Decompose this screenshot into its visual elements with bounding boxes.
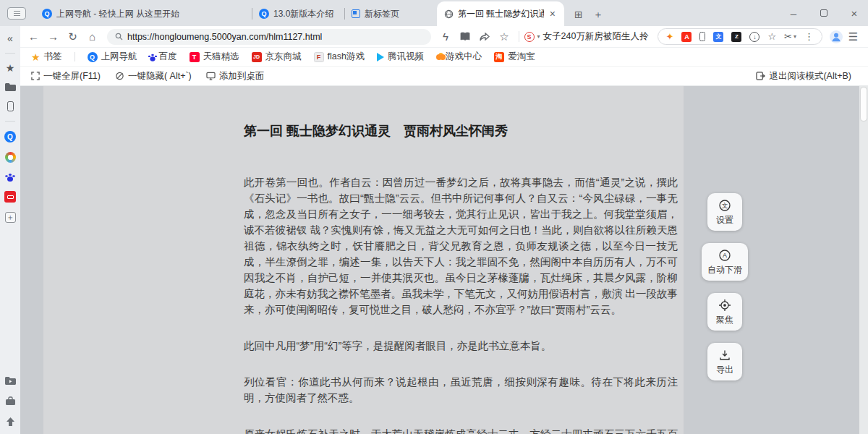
fullscreen-button[interactable]: 一键全屏(F11): [31, 70, 101, 82]
globe-icon: [444, 9, 454, 19]
hide-label: 一键隐藏( Alt+`): [128, 70, 192, 82]
download-extension-icon[interactable]: ↓: [749, 32, 760, 42]
sparkle-extension-icon[interactable]: ✦: [666, 31, 674, 42]
chapter-title: 第一回 甄士隐梦幻识通灵 贾雨村风尘怀闺秀: [244, 122, 678, 140]
url-text[interactable]: https://hongloumeng.5000yan.com/hlm1127.…: [127, 32, 322, 42]
reader-book-icon[interactable]: [456, 28, 475, 46]
chevron-down-icon: ▾: [537, 33, 540, 40]
close-window-button[interactable]: ×: [845, 7, 864, 20]
desktop-icon: [206, 72, 216, 80]
paragraph: 此回中凡用“梦”用“幻”等字，是提醒阅者眼目，亦是此书立意本旨。: [244, 338, 678, 354]
auto-scroll-button[interactable]: A 自动下滑: [702, 243, 748, 281]
add-app-icon[interactable]: ＋: [5, 212, 16, 223]
auto-scroll-label: 自动下滑: [707, 264, 742, 276]
news-headline[interactable]: 女子240万新房被陌生人拎: [543, 30, 649, 43]
tab-new-page[interactable]: 新标签页: [344, 1, 437, 26]
tab-group-icon[interactable]: ⊞: [574, 9, 583, 20]
tab-version-intro[interactable]: Q 13.0新版本介绍: [252, 1, 344, 26]
bookmark-tencent-video[interactable]: 腾讯视频: [377, 51, 424, 63]
window-menu-icon: [14, 11, 20, 16]
share-icon[interactable]: [476, 28, 494, 46]
address-toolbar: ← → ↻ ⌂ https://hongloumeng.5000yan.com/…: [20, 26, 868, 48]
bookmark-game-center[interactable]: 游戏中心: [436, 51, 482, 63]
export-download-icon: [718, 349, 731, 362]
q-app-icon[interactable]: Q: [4, 131, 16, 142]
hot-circle-icon[interactable]: [5, 152, 16, 163]
bookmark-label: 爱淘宝: [508, 51, 535, 63]
reading-page: 第一回 甄士隐梦幻识通灵 贾雨村风尘怀闺秀 此开卷第一回也。作者自云：因曾历过一…: [43, 86, 684, 434]
bookmark-jd[interactable]: JD京东商城: [252, 51, 302, 63]
tab-close-icon[interactable]: ×: [548, 9, 557, 19]
toolbox-icon[interactable]: [5, 396, 16, 406]
paragraph: 原来女娲氏炼石补天之时，于大荒山无稽崖炼成高经十二丈、方经二十四丈顽石三万六千五…: [244, 426, 678, 434]
avatar[interactable]: [830, 30, 843, 43]
maximize-button[interactable]: [814, 7, 833, 20]
scrollbar-thumb[interactable]: [861, 88, 867, 121]
baidu-paw-icon[interactable]: [7, 176, 13, 182]
export-label: 导出: [716, 364, 733, 376]
star-extension-icon[interactable]: ☆: [767, 32, 776, 41]
new-tab-button[interactable]: ＋: [593, 9, 603, 20]
refresh-icon[interactable]: ↻: [64, 28, 82, 46]
bookmark-tmall[interactable]: T天猫精选: [190, 51, 239, 63]
tab-label: 13.0新版本介绍: [273, 8, 337, 20]
tab-label: 第一回 甄士隐梦幻识通灵 携: [458, 8, 544, 20]
bookmark-aitaobao[interactable]: 淘爱淘宝: [494, 51, 535, 63]
search-icon: [115, 33, 123, 41]
tab-active-hongloumeng[interactable]: 第一回 甄士隐梦幻识通灵 携 ×: [437, 1, 564, 26]
news-ticker[interactable]: S ▾ 女子240万新房被陌生人拎: [524, 30, 652, 43]
hide-button[interactable]: 一键隐藏( Alt+`): [115, 70, 192, 82]
bookmark-label: 书签: [44, 51, 62, 63]
video-folder-icon[interactable]: [4, 376, 16, 386]
bookmark-baidu[interactable]: 百度: [150, 51, 177, 63]
favorite-star-icon[interactable]: ☆: [495, 28, 514, 46]
novel-app-mark: [7, 195, 14, 199]
translate-extension-icon[interactable]: 文: [713, 32, 723, 42]
auto-scroll-icon: A: [718, 249, 731, 262]
bookmark-label: 腾讯视频: [388, 51, 424, 63]
news-source-icon: S: [524, 32, 535, 42]
adobe-extension-icon[interactable]: A: [681, 32, 692, 42]
focus-button[interactable]: 聚焦: [707, 293, 742, 331]
phone-extension-icon[interactable]: [699, 32, 705, 41]
bookmark-flash-games[interactable]: Fflash游戏: [314, 51, 365, 63]
kebab-menu-icon[interactable]: ⋮: [804, 32, 814, 41]
settings-button[interactable]: 文 设置: [707, 193, 742, 231]
folder-icon[interactable]: [4, 82, 16, 92]
minimize-button[interactable]: –: [784, 7, 803, 20]
address-bar[interactable]: https://hongloumeng.5000yan.com/hlm1127.…: [107, 29, 431, 45]
maximize-icon: [820, 9, 827, 17]
paragraph: 此开卷第一回也。作者自云：因曾历过一番梦幻之后，故将真事隐去，而借“通灵”之说，…: [244, 174, 678, 318]
mobile-icon[interactable]: [7, 101, 14, 111]
bookmark-nav[interactable]: Q上网导航: [88, 51, 137, 63]
divider: [5, 121, 15, 122]
focus-label: 聚焦: [716, 314, 733, 326]
jd-icon: JD: [252, 52, 262, 62]
send-top-icon[interactable]: [6, 417, 15, 427]
bookmarks-star-icon[interactable]: ★: [6, 63, 15, 73]
sidebar-collapse-icon[interactable]: «: [7, 33, 13, 43]
bookmarks-root[interactable]: ★书签: [31, 51, 62, 63]
game-center-icon: [436, 54, 442, 60]
paragraph: 列位看官：你道此书从何而来？说起根由，虽近荒唐，细按则深有趣味。待在下将此来历注…: [244, 374, 678, 406]
back-icon[interactable]: ←: [25, 28, 43, 46]
tab-nav-home[interactable]: Q 上网导航 - 轻快上网 从这里开始: [35, 1, 252, 26]
baidu-paw-icon: [150, 56, 155, 61]
lightning-icon[interactable]: ϟ: [437, 28, 455, 46]
home-icon[interactable]: ⌂: [83, 28, 101, 46]
divider: [519, 31, 519, 42]
add-to-desktop-label: 添加到桌面: [219, 70, 265, 82]
sidebar-bottom-group: [4, 376, 16, 434]
export-button[interactable]: 导出: [707, 343, 742, 380]
window-menu-button[interactable]: [7, 7, 26, 20]
vertical-scrollbar[interactable]: [859, 86, 868, 434]
exit-reading-label: 退出阅读模式(Alt+B): [769, 70, 851, 82]
divider: [5, 53, 15, 54]
exit-reading-mode-button[interactable]: 退出阅读模式(Alt+B): [756, 70, 851, 82]
novel-app-icon[interactable]: [4, 191, 16, 203]
hamburger-menu-icon[interactable]: ☰: [844, 28, 862, 46]
screenshot-extension-icon[interactable]: ✂▾: [784, 32, 796, 41]
add-to-desktop-button[interactable]: 添加到桌面: [206, 70, 265, 82]
dark-extension-icon[interactable]: Z: [731, 32, 741, 42]
forward-icon[interactable]: →: [44, 28, 62, 46]
